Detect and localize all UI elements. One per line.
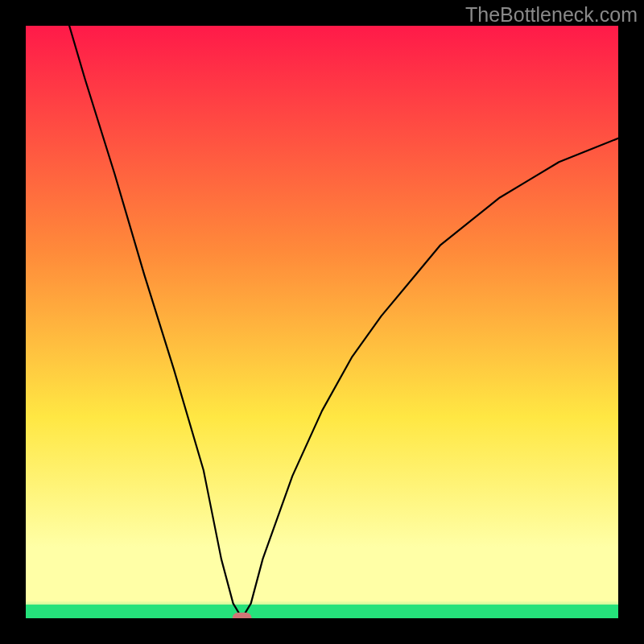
svg-rect-6 [618,0,644,644]
chart-svg [0,0,644,644]
bottleneck-chart: TheBottleneck.com [0,0,644,644]
svg-rect-1 [26,26,618,618]
svg-rect-2 [26,605,618,618]
svg-rect-4 [0,618,644,644]
svg-rect-5 [0,0,26,644]
watermark-text: TheBottleneck.com [465,3,638,27]
